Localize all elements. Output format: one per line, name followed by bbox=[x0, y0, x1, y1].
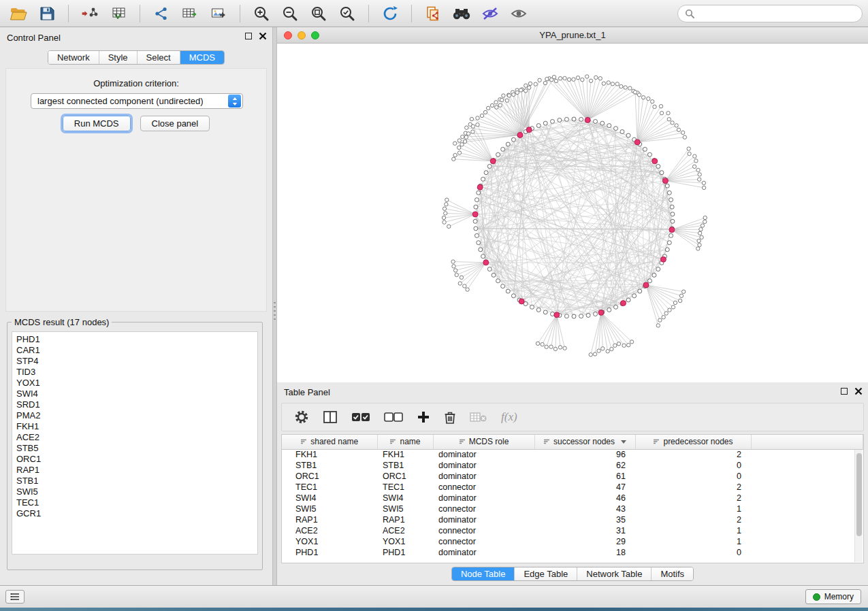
tab-network[interactable]: Network bbox=[48, 51, 99, 64]
tab-style[interactable]: Style bbox=[99, 51, 137, 64]
close-panel-button[interactable]: Close panel bbox=[140, 116, 210, 131]
table-cell-predecessor[interactable]: 2 bbox=[635, 514, 751, 525]
table-cell-shared_name[interactable]: PHD1 bbox=[282, 547, 377, 558]
tab-motifs[interactable]: Motifs bbox=[651, 567, 693, 580]
mcds-result-item[interactable]: YOX1 bbox=[16, 378, 257, 389]
table-cell-mcds_role[interactable]: dominator bbox=[433, 493, 534, 503]
table-cell-shared_name[interactable]: STB1 bbox=[282, 460, 377, 471]
table-cell-name[interactable]: PHD1 bbox=[377, 547, 433, 558]
tab-select[interactable]: Select bbox=[137, 51, 180, 64]
table-row[interactable]: RAP1RAP1dominator352 bbox=[282, 514, 863, 525]
table-cell-predecessor[interactable]: 2 bbox=[635, 449, 751, 460]
table-row[interactable]: ORC1ORC1dominator610 bbox=[282, 471, 863, 482]
mcds-result-item[interactable]: PHD1 bbox=[16, 334, 257, 345]
table-row[interactable]: YOX1YOX1connector291 bbox=[282, 536, 863, 547]
mcds-result-item[interactable]: SRD1 bbox=[16, 399, 257, 410]
search-field[interactable] bbox=[677, 5, 863, 22]
table-cell-mcds_role[interactable]: dominator bbox=[433, 449, 534, 460]
table-cell-successor[interactable]: 31 bbox=[534, 525, 635, 536]
table-cell-predecessor[interactable]: 2 bbox=[635, 493, 751, 503]
save-button[interactable] bbox=[34, 2, 60, 25]
criterion-dropdown[interactable]: largest connected component (undirected) bbox=[31, 93, 243, 109]
zoom-out-button[interactable] bbox=[277, 2, 303, 25]
table-cell-successor[interactable]: 96 bbox=[534, 449, 635, 460]
table-cell-predecessor[interactable]: 0 bbox=[635, 547, 751, 558]
mcds-result-item[interactable]: SWI5 bbox=[16, 486, 257, 497]
mcds-result-item[interactable]: TEC1 bbox=[16, 497, 257, 508]
network-canvas[interactable] bbox=[277, 44, 868, 382]
table-cell-name[interactable]: TEC1 bbox=[377, 482, 433, 493]
table-cell-successor[interactable]: 61 bbox=[534, 471, 635, 482]
table-cell-predecessor[interactable]: 0 bbox=[635, 460, 751, 471]
table-cell-shared_name[interactable]: RAP1 bbox=[282, 514, 377, 525]
mcds-result-item[interactable]: FKH1 bbox=[16, 421, 257, 432]
table-cell-mcds_role[interactable]: dominator bbox=[433, 514, 534, 525]
share-documents-button[interactable] bbox=[420, 2, 446, 25]
zoom-selected-button[interactable] bbox=[334, 2, 360, 25]
table-scrollbar[interactable] bbox=[854, 450, 863, 562]
hide-annotations-button[interactable] bbox=[477, 2, 503, 25]
table-cell-successor[interactable]: 62 bbox=[534, 460, 635, 471]
table-cell-successor[interactable]: 47 bbox=[534, 482, 635, 493]
column-header-predecessor-nodes[interactable]: predecessor nodes bbox=[635, 435, 751, 449]
table-cell-name[interactable]: YOX1 bbox=[377, 536, 433, 547]
table-cell-shared_name[interactable]: FKH1 bbox=[282, 449, 377, 460]
table-settings-button[interactable] bbox=[294, 406, 309, 429]
column-header-shared-name[interactable]: shared name bbox=[282, 435, 377, 449]
table-cell-mcds_role[interactable]: connector bbox=[433, 482, 534, 493]
run-mcds-button[interactable]: Run MCDS bbox=[63, 116, 131, 131]
table-cell-mcds_role[interactable]: connector bbox=[433, 503, 534, 514]
clear-table-button[interactable] bbox=[470, 406, 487, 429]
mcds-result-item[interactable]: TID3 bbox=[16, 367, 257, 378]
scrollbar-thumb[interactable] bbox=[856, 453, 862, 536]
table-row[interactable]: ACE2ACE2connector311 bbox=[282, 525, 863, 536]
select-all-button[interactable] bbox=[351, 406, 370, 429]
memory-button[interactable]: Memory bbox=[805, 589, 861, 604]
export-network-button[interactable] bbox=[148, 2, 174, 25]
tab-mcds[interactable]: MCDS bbox=[180, 51, 224, 64]
zoom-fit-button[interactable] bbox=[306, 2, 332, 25]
open-file-button[interactable] bbox=[5, 2, 31, 25]
table-cell-successor[interactable]: 29 bbox=[534, 536, 635, 547]
table-cell-shared_name[interactable]: SWI5 bbox=[282, 503, 377, 514]
delete-row-button[interactable] bbox=[444, 406, 456, 429]
table-cell-predecessor[interactable]: 0 bbox=[635, 471, 751, 482]
table-cell-predecessor[interactable]: 1 bbox=[635, 525, 751, 536]
table-row[interactable]: SWI5SWI5connector431 bbox=[282, 503, 863, 514]
add-row-button[interactable] bbox=[417, 406, 430, 429]
table-cell-name[interactable]: FKH1 bbox=[377, 449, 433, 460]
search-input[interactable] bbox=[698, 8, 855, 18]
refresh-button[interactable] bbox=[377, 2, 403, 25]
float-table-panel-icon[interactable] bbox=[841, 388, 848, 395]
table-cell-name[interactable]: SWI5 bbox=[377, 503, 433, 514]
table-row[interactable]: SWI4SWI4dominator462 bbox=[282, 493, 863, 503]
table-cell-shared_name[interactable]: ORC1 bbox=[282, 471, 377, 482]
table-cell-name[interactable]: ORC1 bbox=[377, 471, 433, 482]
tab-network-table[interactable]: Network Table bbox=[577, 567, 651, 580]
table-cell-mcds_role[interactable]: dominator bbox=[433, 547, 534, 558]
mcds-result-item[interactable]: SWI4 bbox=[16, 389, 257, 399]
table-cell-mcds_role[interactable]: dominator bbox=[433, 460, 534, 471]
function-builder-button[interactable]: f(x) bbox=[501, 406, 517, 429]
deselect-all-button[interactable] bbox=[384, 406, 403, 429]
column-header-mcds-role[interactable]: MCDS role bbox=[433, 435, 534, 449]
table-cell-name[interactable]: STB1 bbox=[377, 460, 433, 471]
table-row[interactable]: FKH1FKH1dominator962 bbox=[282, 449, 863, 460]
table-cell-mcds_role[interactable]: dominator bbox=[433, 471, 534, 482]
table-cell-predecessor[interactable]: 1 bbox=[635, 536, 751, 547]
table-cell-shared_name[interactable]: ACE2 bbox=[282, 525, 377, 536]
table-cell-name[interactable]: SWI4 bbox=[377, 493, 433, 503]
mcds-result-item[interactable]: ORC1 bbox=[16, 454, 257, 465]
show-columns-button[interactable] bbox=[323, 406, 338, 429]
table-cell-successor[interactable]: 46 bbox=[534, 493, 635, 503]
table-cell-shared_name[interactable]: YOX1 bbox=[282, 536, 377, 547]
table-cell-mcds_role[interactable]: connector bbox=[433, 525, 534, 536]
zoom-in-button[interactable] bbox=[248, 2, 274, 25]
table-row[interactable]: PHD1PHD1dominator180 bbox=[282, 547, 863, 558]
table-cell-shared_name[interactable]: SWI4 bbox=[282, 493, 377, 503]
table-cell-predecessor[interactable]: 2 bbox=[635, 482, 751, 493]
table-row[interactable]: STB1STB1dominator620 bbox=[282, 460, 863, 471]
column-header-name[interactable]: name bbox=[377, 435, 433, 449]
table-cell-successor[interactable]: 35 bbox=[534, 514, 635, 525]
export-image-button[interactable] bbox=[206, 2, 231, 25]
